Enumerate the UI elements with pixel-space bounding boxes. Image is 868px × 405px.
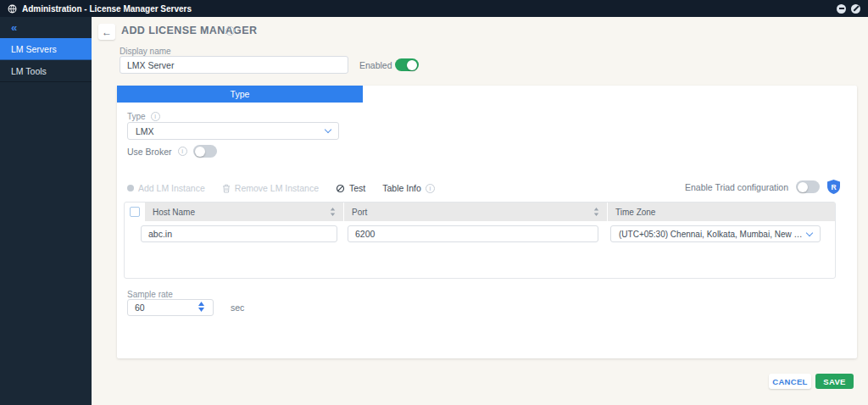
tab-label: Type <box>231 89 250 99</box>
type-label-row: Type i <box>127 112 160 121</box>
add-icon <box>127 185 134 191</box>
type-select[interactable]: LMX <box>127 122 339 140</box>
sidebar-item-label: LM Tools <box>11 66 47 76</box>
sample-rate-label: Sample rate <box>127 290 173 299</box>
tab-type[interactable]: Type <box>117 86 363 103</box>
table-info-label: Table Info <box>382 183 421 193</box>
sidebar: « LM Servers LM Tools <box>0 17 92 405</box>
sample-rate-unit: sec <box>231 302 244 313</box>
triad-toggle[interactable] <box>796 180 820 193</box>
timezone-select[interactable]: (UTC+05:30) Chennai, Kolkata, Mumbai, Ne… <box>610 225 821 242</box>
trash-icon <box>222 184 231 193</box>
chevron-down-icon <box>806 229 813 236</box>
add-lm-instance-button[interactable]: Add LM Instance <box>127 183 205 193</box>
cancel-button[interactable]: CANCEL <box>769 374 811 389</box>
form-card: Type Type i LMX Use Broker i Add LM Inst… <box>117 86 857 358</box>
window-title: Administration - License Manager Servers <box>22 4 192 14</box>
toggle-knob <box>407 60 417 70</box>
page-title: ADD LICENSE MANAGER <box>121 25 257 36</box>
test-icon <box>336 184 345 193</box>
collapse-sidebar-button[interactable]: « <box>0 17 92 38</box>
column-header-time-zone[interactable]: Time Zone <box>608 202 835 221</box>
sample-rate-stepper[interactable] <box>198 302 204 312</box>
save-button[interactable]: SAVE <box>815 374 854 389</box>
column-label: Time Zone <box>615 208 655 217</box>
type-info-icon[interactable]: i <box>151 112 160 121</box>
close-icon[interactable] <box>851 4 860 14</box>
sidebar-item-lm-tools[interactable]: LM Tools <box>0 60 92 82</box>
triad-label: Enable Triad configuration <box>685 182 788 192</box>
timezone-select-value: (UTC+05:30) Chennai, Kolkata, Mumbai, Ne… <box>619 230 807 239</box>
port-input[interactable] <box>348 225 598 242</box>
sidebar-item-label: LM Servers <box>11 44 57 54</box>
app-window: Administration - License Manager Servers… <box>0 0 868 405</box>
double-chevron-left-icon: « <box>11 21 17 34</box>
enabled-label: Enabled <box>359 60 392 70</box>
stepper-up-icon <box>198 302 204 306</box>
use-broker-label: Use Broker <box>127 147 172 157</box>
sort-icon[interactable] <box>330 208 336 216</box>
use-broker-toggle[interactable] <box>193 145 217 158</box>
toggle-knob <box>798 182 808 192</box>
test-button[interactable]: Test <box>336 183 365 193</box>
stepper-down-icon <box>198 308 204 312</box>
display-name-input[interactable] <box>120 56 348 74</box>
host-name-input[interactable] <box>141 225 337 242</box>
column-header-host-name[interactable]: Host Name <box>145 202 343 221</box>
remove-lm-instance-button[interactable]: Remove LM Instance <box>222 183 319 193</box>
column-header-port[interactable]: Port <box>344 202 607 221</box>
enabled-toggle[interactable] <box>395 58 419 71</box>
use-broker-row: Use Broker i <box>127 145 217 158</box>
back-button[interactable]: ← <box>98 24 115 40</box>
type-select-value: LMX <box>136 126 154 136</box>
add-lm-instance-label: Add LM Instance <box>138 183 205 193</box>
app-icon <box>8 4 17 14</box>
toggle-knob <box>195 147 205 157</box>
column-label: Port <box>352 208 367 217</box>
triad-configuration-row: Enable Triad configuration R <box>685 180 840 194</box>
column-label: Host Name <box>153 208 195 217</box>
minimize-icon[interactable] <box>837 4 846 14</box>
table-toolbar: Add LM Instance Remove LM Instance Test … <box>127 180 435 196</box>
arrow-left-icon: ← <box>102 26 112 38</box>
titlebar: Administration - License Manager Servers <box>0 0 868 17</box>
page-title-info-icon[interactable]: i <box>225 26 235 36</box>
remove-lm-instance-label: Remove LM Instance <box>235 183 319 193</box>
shield-r-icon: R <box>827 180 840 194</box>
type-label: Type <box>127 112 146 121</box>
table-info-button[interactable]: Table Info i <box>382 183 435 193</box>
table-info-icon: i <box>426 184 435 193</box>
chevron-down-icon <box>325 126 331 133</box>
select-all-checkbox[interactable] <box>130 207 140 217</box>
display-name-label: Display name <box>120 47 171 56</box>
sidebar-item-lm-servers[interactable]: LM Servers <box>0 38 92 60</box>
lm-instance-table: Host Name Port Time Zone (UTC+05:30) Che… <box>124 202 836 279</box>
svg-text:R: R <box>831 183 836 191</box>
use-broker-info-icon[interactable]: i <box>178 147 187 156</box>
sort-icon[interactable] <box>593 208 599 216</box>
test-label: Test <box>349 183 365 193</box>
